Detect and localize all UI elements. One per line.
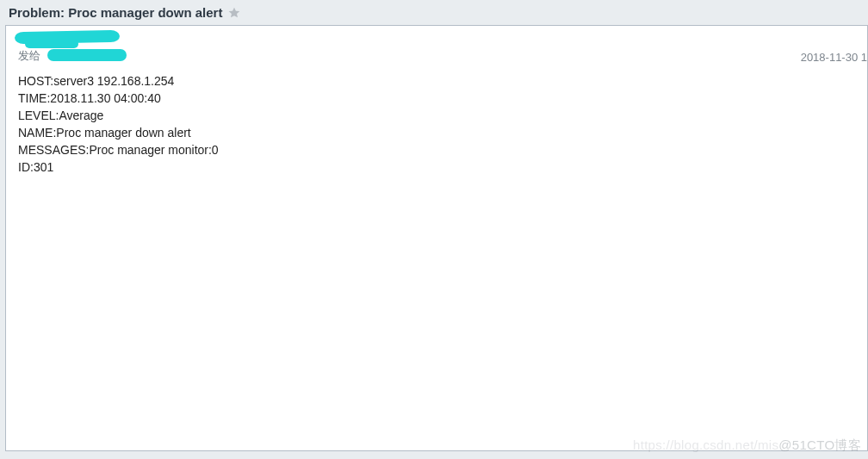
time-label: TIME: — [18, 91, 50, 105]
name-value: Proc manager down alert — [56, 126, 190, 140]
id-value: 301 — [34, 160, 53, 174]
messages-value: Proc manager monitor:0 — [89, 143, 218, 157]
redacted-sender — [25, 40, 78, 48]
host-label: HOST: — [18, 74, 53, 88]
subject-title: Problem: Proc manager down alert — [9, 5, 222, 20]
level-label: LEVEL: — [18, 109, 59, 122]
name-label: NAME: — [18, 126, 56, 140]
redacted-recipient — [47, 49, 127, 61]
time-value: 2018.11.30 04:00:40 — [50, 91, 160, 105]
message-panel: 发给 2018-11-30 1 HOST:server3 192.168.1.2… — [5, 25, 868, 451]
recipient-row: 发给 — [18, 48, 40, 64]
message-body: HOST:server3 192.168.1.254 TIME:2018.11.… — [18, 72, 219, 176]
star-icon[interactable] — [227, 6, 241, 20]
messages-label: MESSAGES: — [18, 143, 89, 157]
id-label: ID: — [18, 160, 34, 174]
message-date: 2018-11-30 1 — [801, 51, 867, 64]
to-label: 发给 — [18, 48, 40, 64]
host-value: server3 192.168.1.254 — [53, 74, 174, 88]
window-header: Problem: Proc manager down alert — [0, 0, 868, 23]
level-value: Average — [59, 109, 103, 122]
